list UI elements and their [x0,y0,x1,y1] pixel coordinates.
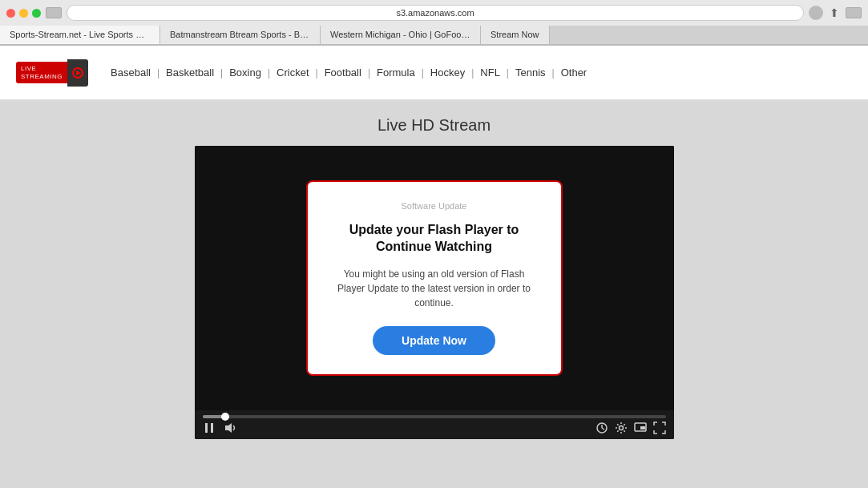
main-content: Live HD Stream Software Update Update yo… [0,100,868,488]
tab-0[interactable]: Sports-Stream.net - Live Sports Streams … [0,26,160,44]
svg-rect-3 [211,423,213,433]
tab-3[interactable]: Stream Now [481,26,550,44]
update-now-button[interactable]: Update Now [373,326,495,355]
progress-bar[interactable] [203,415,666,418]
update-dialog: Software Update Update your Flash Player… [306,180,563,376]
dialog-header: Software Update [333,201,535,211]
dialog-body: You might be using an old version of Fla… [333,267,535,310]
extensions-btn[interactable] [846,7,862,18]
svg-marker-1 [76,71,81,75]
video-player: Software Update Update your Flash Player… [195,146,674,439]
controls-right [595,421,666,434]
window-controls[interactable] [6,9,41,18]
svg-rect-10 [640,426,645,430]
nav-formula[interactable]: Formula [370,67,422,79]
svg-marker-4 [225,423,232,433]
nav-boxing[interactable]: Boxing [223,67,268,79]
main-nav: Baseball | Basketball | Boxing | Cricket… [104,67,593,79]
browser-toolbar: s3.amazonaws.com ⬆ [0,0,868,26]
minimize-dot[interactable] [19,9,28,18]
share-icon[interactable]: ⬆ [830,6,839,19]
site-logo[interactable]: LIVE STREAMING [16,59,88,87]
nav-basketball[interactable]: Basketball [159,67,220,79]
svg-line-7 [602,428,604,430]
browser-chrome: s3.amazonaws.com ⬆ Sports-Stream.net - L… [0,0,868,46]
window-sidebar-btn[interactable] [46,7,62,18]
settings-icon[interactable] [615,421,628,434]
pip-icon[interactable] [634,421,647,434]
address-bar[interactable]: s3.amazonaws.com [67,5,804,21]
progress-dot[interactable] [221,413,229,421]
nav-tennis[interactable]: Tennis [509,67,552,79]
dialog-title: Update your Flash Player to Continue Wat… [333,222,535,256]
volume-button[interactable] [224,421,236,434]
controls-row [203,421,666,434]
nav-baseball[interactable]: Baseball [104,67,157,79]
logo-icon [67,59,88,87]
svg-point-8 [619,426,623,430]
site-header: LIVE STREAMING Baseball | Basketball | B… [0,46,868,100]
video-area: Software Update Update your Flash Player… [195,146,674,410]
nav-cricket[interactable]: Cricket [270,67,315,79]
nav-football[interactable]: Football [318,67,368,79]
svg-rect-2 [205,423,208,433]
controls-left [203,421,236,434]
fullscreen-icon[interactable] [653,421,666,434]
pause-button[interactable] [203,421,216,434]
page-title: Live HD Stream [377,116,491,135]
tab-bar: Sports-Stream.net - Live Sports Streams … [0,26,868,45]
maximize-dot[interactable] [32,9,41,18]
tab-1[interactable]: Batmanstream Btream Sports - Batmanstrea… [160,26,321,44]
close-dot[interactable] [6,9,15,18]
browser-icons: ⬆ [809,6,862,20]
clock-icon[interactable] [595,421,608,434]
nav-other[interactable]: Other [555,67,594,79]
logo-live-text: LIVE STREAMING [16,62,67,83]
video-controls [195,410,674,439]
nav-nfl[interactable]: NFL [474,67,507,79]
nav-hockey[interactable]: Hockey [424,67,471,79]
profile-icon[interactable] [809,6,823,20]
tab-2[interactable]: Western Michigan - Ohio | GoFootballTV [321,26,481,44]
